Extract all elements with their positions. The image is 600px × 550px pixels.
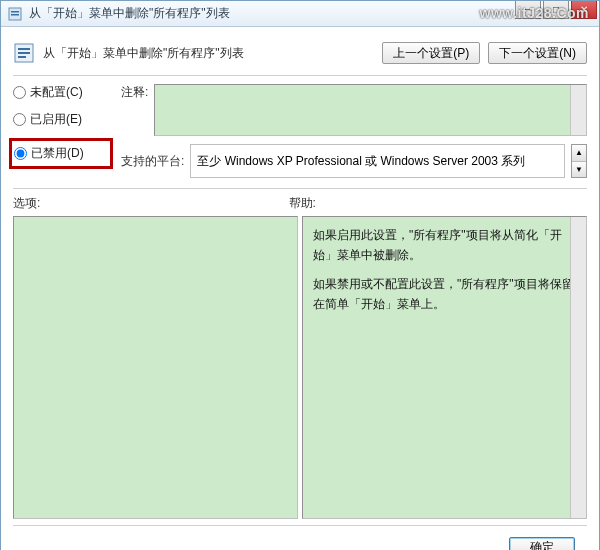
options-label: 选项: — [13, 196, 40, 210]
radio-enabled-input[interactable] — [13, 113, 26, 126]
help-paragraph: 如果禁用或不配置此设置，"所有程序"项目将保留在简单「开始」菜单上。 — [313, 274, 576, 315]
radio-disabled-label: 已禁用(D) — [31, 145, 84, 162]
scrollbar[interactable] — [570, 85, 586, 135]
svg-rect-1 — [11, 11, 19, 13]
panes: 如果启用此设置，"所有程序"项目将从简化「开始」菜单中被删除。 如果禁用或不配置… — [13, 216, 587, 519]
divider — [13, 188, 587, 189]
window-controls: ─ □ ✕ — [515, 1, 597, 19]
policy-icon — [7, 6, 23, 22]
comment-label: 注释: — [121, 84, 148, 101]
prev-setting-button[interactable]: 上一个设置(P) — [382, 42, 480, 64]
radio-not-configured-label: 未配置(C) — [30, 84, 83, 101]
options-pane[interactable] — [13, 216, 298, 519]
radio-not-configured-input[interactable] — [13, 86, 26, 99]
help-label: 帮助: — [289, 196, 316, 210]
platform-value: 至少 Windows XP Professional 或 Windows Ser… — [190, 144, 565, 178]
svg-rect-5 — [18, 52, 30, 54]
dialog-body: 从「开始」菜单中删除"所有程序"列表 上一个设置(P) 下一个设置(N) 未配置… — [1, 27, 599, 550]
spinner-up-button[interactable]: ▲ — [572, 145, 586, 162]
radio-enabled-label: 已启用(E) — [30, 111, 82, 128]
platform-spinner: ▲ ▼ — [571, 144, 587, 178]
radio-disabled[interactable]: 已禁用(D) — [9, 138, 113, 169]
dialog-window: 从「开始」菜单中删除"所有程序"列表 ─ □ ✕ www.itJ28.Com 从… — [0, 0, 600, 550]
section-labels: 选项: 帮助: — [13, 195, 587, 212]
footer: 确定 — [13, 525, 587, 550]
platform-label: 支持的平台: — [121, 153, 184, 170]
ok-button[interactable]: 确定 — [509, 537, 575, 551]
spinner-down-button[interactable]: ▼ — [572, 162, 586, 178]
header-row: 从「开始」菜单中删除"所有程序"列表 上一个设置(P) 下一个设置(N) — [13, 35, 587, 71]
svg-rect-4 — [18, 48, 30, 50]
divider — [13, 75, 587, 76]
radio-not-configured[interactable]: 未配置(C) — [13, 84, 113, 101]
close-button[interactable]: ✕ — [571, 1, 597, 19]
config-section: 未配置(C) 已启用(E) 已禁用(D) 注释: — [13, 84, 587, 178]
window-title: 从「开始」菜单中删除"所有程序"列表 — [29, 5, 230, 22]
help-pane[interactable]: 如果启用此设置，"所有程序"项目将从简化「开始」菜单中被删除。 如果禁用或不配置… — [302, 216, 587, 519]
policy-icon — [13, 42, 35, 64]
page-title: 从「开始」菜单中删除"所有程序"列表 — [43, 45, 244, 62]
help-paragraph: 如果启用此设置，"所有程序"项目将从简化「开始」菜单中被删除。 — [313, 225, 576, 266]
svg-rect-6 — [18, 56, 26, 58]
radio-enabled[interactable]: 已启用(E) — [13, 111, 113, 128]
radio-disabled-input[interactable] — [14, 147, 27, 160]
titlebar[interactable]: 从「开始」菜单中删除"所有程序"列表 ─ □ ✕ — [1, 1, 599, 27]
maximize-button[interactable]: □ — [543, 1, 569, 19]
svg-rect-2 — [11, 14, 19, 16]
right-column: 注释: 支持的平台: 至少 Windows XP Professional 或 … — [121, 84, 587, 178]
scrollbar[interactable] — [570, 217, 586, 518]
minimize-button[interactable]: ─ — [515, 1, 541, 19]
comment-textarea[interactable] — [154, 84, 587, 136]
radio-group: 未配置(C) 已启用(E) 已禁用(D) — [13, 84, 113, 178]
next-setting-button[interactable]: 下一个设置(N) — [488, 42, 587, 64]
platform-row: 支持的平台: 至少 Windows XP Professional 或 Wind… — [121, 144, 587, 178]
